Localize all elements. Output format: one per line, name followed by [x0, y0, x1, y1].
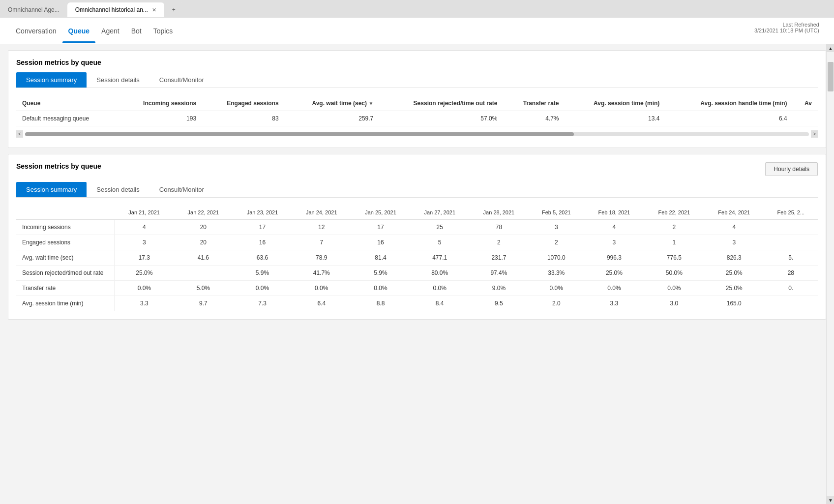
metric-value-5-8: 3.3 [584, 296, 644, 311]
metric-value-4-5: 0.0% [410, 281, 469, 296]
metric-value-0-3: 12 [292, 220, 351, 235]
metric-value-0-9: 2 [644, 220, 704, 235]
metric-label-5: Avg. session time (min) [16, 296, 115, 311]
cell-rejected: 57.0% [379, 111, 503, 126]
date-col-10: Feb 24, 2021 [704, 206, 764, 220]
metric-value-5-6: 9.5 [469, 296, 528, 311]
empty-header [16, 206, 115, 220]
metric-value-1-0: 3 [115, 235, 174, 250]
date-col-11: Feb 25, 2... [764, 206, 818, 220]
metric-value-4-0: 0.0% [115, 281, 174, 296]
cell-avg-wait: 259.7 [285, 111, 380, 126]
metric-value-1-7: 2 [529, 235, 584, 250]
metric-value-5-1: 9.7 [174, 296, 233, 311]
metric-value-5-0: 3.3 [115, 296, 174, 311]
card1: Session metrics by queue Session summary… [8, 50, 826, 148]
metric-value-5-11 [764, 296, 818, 311]
metric-value-3-4: 5.9% [351, 266, 410, 281]
nav-tab-topics[interactable]: Topics [148, 19, 179, 43]
metric-value-4-7: 0.0% [529, 281, 584, 296]
metric-value-5-5: 8.4 [410, 296, 469, 311]
card1-tab-consult-monitor[interactable]: Consult/Monitor [149, 72, 214, 88]
card2-tab-consult-monitor[interactable]: Consult/Monitor [149, 182, 214, 197]
scroll-track[interactable] [25, 132, 809, 136]
metric-value-4-10: 25.0% [704, 281, 764, 296]
scrollbar-down[interactable]: ▼ [827, 496, 834, 504]
card1-table-wrapper: Queue Incoming sessions Engaged sessions… [16, 96, 818, 140]
metric-value-0-2: 17 [233, 220, 292, 235]
card1-scrollbar: < > [16, 126, 818, 140]
nav-tab-conversation[interactable]: Conversation [10, 19, 62, 43]
metric-value-4-11: 0. [764, 281, 818, 296]
cell-avg-handle: 6.4 [665, 111, 793, 126]
date-col-4: Jan 25, 2021 [351, 206, 410, 220]
col-engaged: Engaged sessions [202, 96, 284, 111]
metric-value-3-11: 28 [764, 266, 818, 281]
metric-value-0-7: 3 [529, 220, 584, 235]
top-nav: Conversation Queue Agent Bot Topics Last… [0, 18, 834, 44]
scroll-left-arrow[interactable]: < [16, 130, 23, 138]
metric-value-1-10: 3 [704, 235, 764, 250]
scroll-right-arrow[interactable]: > [811, 130, 818, 138]
browser-tab-1-label: Omnichannel Age... [8, 6, 60, 13]
metric-value-4-1: 5.0% [174, 281, 233, 296]
metric-value-1-6: 2 [469, 235, 528, 250]
col-av: Av [793, 96, 818, 111]
metric-value-3-0: 25.0% [115, 266, 174, 281]
scrollbar-up[interactable]: ▲ [827, 44, 834, 52]
date-col-7: Feb 5, 2021 [529, 206, 584, 220]
main-content: Session metrics by queue Session summary… [0, 44, 834, 504]
col-queue: Queue [16, 96, 118, 111]
metric-row-4: Transfer rate0.0%5.0%0.0%0.0%0.0%0.0%9.0… [16, 281, 818, 296]
metric-row-2: Avg. wait time (sec)17.341.663.678.981.4… [16, 250, 818, 266]
metric-label-3: Session rejected/timed out rate [16, 266, 115, 281]
card1-tab-session-summary[interactable]: Session summary [16, 72, 87, 88]
metric-value-4-9: 0.0% [644, 281, 704, 296]
nav-tab-agent[interactable]: Agent [95, 19, 125, 43]
cell-av [793, 111, 818, 126]
metric-value-4-4: 0.0% [351, 281, 410, 296]
metric-value-4-2: 0.0% [233, 281, 292, 296]
card2-tab-session-details[interactable]: Session details [87, 182, 149, 197]
metric-label-0: Incoming sessions [16, 220, 115, 235]
sort-icon[interactable]: ▼ [368, 101, 373, 106]
nav-tab-queue[interactable]: Queue [62, 19, 96, 43]
cell-queue: Default messaging queue [16, 111, 118, 126]
card2-sub-tabs: Session summary Session details Consult/… [16, 182, 818, 198]
metric-value-2-1: 41.6 [174, 250, 233, 266]
metric-value-2-3: 78.9 [292, 250, 351, 266]
date-col-2: Jan 23, 2021 [233, 206, 292, 220]
metric-value-2-0: 17.3 [115, 250, 174, 266]
last-refreshed: Last Refreshed 3/21/2021 10:18 PM (UTC) [754, 22, 819, 33]
hourly-details-button[interactable]: Hourly details [765, 162, 818, 176]
metric-value-3-6: 97.4% [469, 266, 528, 281]
close-icon[interactable]: ✕ [152, 7, 156, 13]
date-col-5: Jan 27, 2021 [410, 206, 469, 220]
table-row: Default messaging queue 193 83 259.7 57.… [16, 111, 818, 126]
browser-tab-2[interactable]: Omnichannel historical an... ✕ [67, 2, 164, 17]
metric-value-2-11: 5. [764, 250, 818, 266]
metric-value-3-10: 25.0% [704, 266, 764, 281]
scrollbar-track[interactable] [827, 52, 834, 496]
metric-value-0-0: 4 [115, 220, 174, 235]
browser-tab-2-label: Omnichannel historical an... [75, 6, 148, 13]
metric-value-3-7: 33.3% [529, 266, 584, 281]
metric-value-2-10: 826.3 [704, 250, 764, 266]
card2-tab-session-summary[interactable]: Session summary [16, 182, 87, 197]
metric-value-3-9: 50.0% [644, 266, 704, 281]
cell-transfer: 4.7% [503, 111, 565, 126]
browser-tabs: Omnichannel Age... Omnichannel historica… [0, 0, 834, 18]
nav-tab-bot[interactable]: Bot [125, 19, 148, 43]
card1-tab-session-details[interactable]: Session details [87, 72, 149, 88]
metric-value-5-9: 3.0 [644, 296, 704, 311]
metric-value-1-3: 7 [292, 235, 351, 250]
date-col-6: Jan 28, 2021 [469, 206, 528, 220]
col-rejected: Session rejected/time out rate [379, 96, 503, 111]
metric-value-1-4: 16 [351, 235, 410, 250]
metric-value-0-4: 17 [351, 220, 410, 235]
metric-label-2: Avg. wait time (sec) [16, 250, 115, 266]
metric-value-3-5: 80.0% [410, 266, 469, 281]
browser-tab-1[interactable]: Omnichannel Age... [0, 2, 67, 17]
col-avg-wait: Avg. wait time (sec) ▼ [285, 96, 380, 111]
add-tab-button[interactable]: + [164, 2, 183, 17]
